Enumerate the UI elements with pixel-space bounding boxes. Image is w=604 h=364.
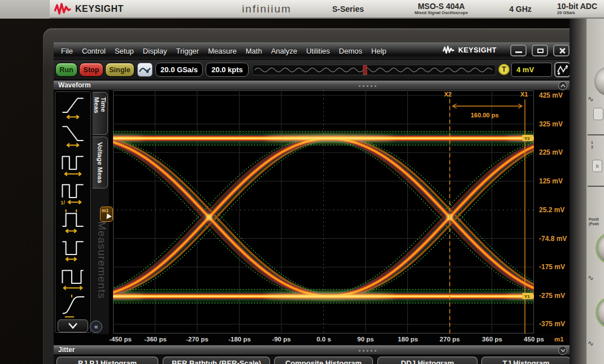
more-measurements-button[interactable] xyxy=(58,319,88,332)
pointer-icon xyxy=(104,213,111,221)
model-subtitle: Mixed Signal Oscilloscope xyxy=(393,11,489,15)
autoscale-button[interactable] xyxy=(554,62,571,77)
screen: File Control Setup Display Trigger Measu… xyxy=(54,42,572,364)
minimize-button[interactable] xyxy=(510,45,527,56)
trigger-level-field[interactable]: 4 mV xyxy=(511,63,552,77)
menu-demos[interactable]: Demos xyxy=(339,47,362,55)
menu-file[interactable]: File xyxy=(61,47,73,55)
y-tick: 425 mV xyxy=(539,91,563,99)
sine-symbol: ∿ xyxy=(588,339,594,348)
period-icon[interactable] xyxy=(59,151,87,177)
waveform-panel-title: Waveform xyxy=(54,81,91,89)
front-panel-button[interactable]: S xyxy=(592,160,602,172)
oscilloscope: KEYSIGHT infiniium S-Series MSO-S 404A M… xyxy=(0,0,604,364)
x-tick: -180 ps xyxy=(228,336,251,343)
menu-utilities[interactable]: Utilities xyxy=(306,47,330,55)
positive-width-icon[interactable] xyxy=(59,208,87,234)
run-button[interactable]: Run xyxy=(55,63,77,77)
menu-measure[interactable]: Measure xyxy=(208,47,237,55)
bandwidth-label: 4 GHz xyxy=(489,5,551,14)
front-panel-strip: ∿ 13 S Positi(Push ∿ ∿ xyxy=(586,19,604,364)
single-button[interactable]: Single xyxy=(105,63,134,77)
duty-cycle-icon[interactable] xyxy=(59,265,87,291)
edge-transition-icon[interactable] xyxy=(59,293,87,318)
sine-symbol: ∿ xyxy=(588,95,594,103)
ber-bathtub-button[interactable]: BER Bathtub (BER-Scale) xyxy=(163,357,270,364)
tab-voltage-meas[interactable]: Voltage Meas xyxy=(93,137,108,188)
sample-rate-field[interactable]: 20.0 GSa/s xyxy=(155,63,203,77)
maximize-icon xyxy=(537,49,544,53)
collapse-sidebar-button[interactable]: « xyxy=(90,321,102,333)
x-tick: 450 ps xyxy=(524,336,544,343)
cursor-x1-label: X1 xyxy=(520,91,528,98)
front-panel-knob[interactable] xyxy=(596,232,604,265)
menu-math[interactable]: Math xyxy=(246,47,262,55)
menu-display[interactable]: Display xyxy=(143,47,167,55)
chevron-down-icon xyxy=(67,322,79,329)
panel-drag-handle[interactable] xyxy=(359,350,360,352)
adc-block: 10-bit ADC 20 GSa/s xyxy=(557,2,604,15)
eye-diagram-plot[interactable]: X2 X1 160.00 ps Y2 Y1 xyxy=(113,90,534,334)
panel-divider xyxy=(588,134,604,135)
negative-width-icon[interactable] xyxy=(59,236,87,262)
menu-trigger[interactable]: Trigger xyxy=(176,47,199,55)
y-tick: -74.8 mV xyxy=(539,235,567,243)
position-label: Positi(Push xyxy=(589,217,599,226)
x-tick: 0.0 s xyxy=(316,336,331,343)
series-name: S-Series xyxy=(314,5,382,14)
menu-control[interactable]: Control xyxy=(82,47,106,55)
x-tick: 270 ps xyxy=(440,336,460,343)
collapse-up-button[interactable] xyxy=(558,81,567,90)
composite-histogram-button[interactable]: Composite Histogram xyxy=(274,357,373,364)
svg-text:1/: 1/ xyxy=(60,200,65,206)
adc-label: 10-bit ADC xyxy=(557,2,604,11)
bezel-branding: KEYSIGHT infiniium S-Series MSO-S 404A M… xyxy=(54,0,604,17)
window-controls xyxy=(510,45,570,56)
time-axis: -450 ps -360 ps -270 ps -180 ps -90 ps 0… xyxy=(54,334,572,345)
y-tick: -375 mV xyxy=(539,320,565,328)
memory-depth-field[interactable]: 20.0 kpts xyxy=(206,63,249,77)
rise-time-icon[interactable] xyxy=(59,94,87,120)
front-panel-button[interactable] xyxy=(593,108,603,120)
fall-time-icon[interactable] xyxy=(59,122,87,148)
x-tick: -270 ps xyxy=(186,336,208,343)
menu-analyze[interactable]: Analyze xyxy=(271,47,297,55)
autoscale-icon xyxy=(556,64,569,76)
maximize-button[interactable] xyxy=(532,45,548,56)
frequency-icon[interactable]: 1/ xyxy=(59,179,87,205)
cursor-y1-label: Y1 xyxy=(524,294,530,299)
stop-button[interactable]: Stop xyxy=(79,63,103,77)
cursor-delta-arrow xyxy=(453,104,522,108)
keysight-spark-icon-white xyxy=(442,46,455,54)
instrument-bezel: KEYSIGHT infiniium S-Series MSO-S 404A M… xyxy=(0,0,604,19)
front-panel-knob[interactable] xyxy=(594,67,604,96)
x-tick: -360 ps xyxy=(144,336,167,343)
marker-m1-axis-label: m1 xyxy=(554,336,564,343)
panel-drag-handle[interactable] xyxy=(359,85,360,87)
ddj-histogram-button[interactable]: DDJ Histogram xyxy=(377,357,477,364)
touch-icon xyxy=(138,63,152,76)
measurement-icon-palette: 1/ xyxy=(55,91,91,333)
y-cursors[interactable]: Y2 Y1 xyxy=(522,135,533,299)
front-panel-knob[interactable] xyxy=(596,296,604,329)
menu-setup[interactable]: Setup xyxy=(115,47,134,55)
marker-m1-handle[interactable]: m1 xyxy=(100,207,113,222)
bezel-shadow xyxy=(0,0,50,19)
jitter-panel-title: Jitter xyxy=(54,346,75,354)
touch-button[interactable] xyxy=(137,63,153,77)
titlebar-keysight-logo: KEYSIGHT xyxy=(442,46,497,54)
tab-time-meas[interactable]: Time Meas xyxy=(93,92,108,135)
y-tick: -275 mV xyxy=(539,292,565,300)
close-button[interactable] xyxy=(553,45,570,56)
waveform-panel-header[interactable]: Waveform xyxy=(54,80,572,90)
tj-histogram-button[interactable]: TJ Histogram xyxy=(481,357,571,364)
cursor-y2-label: Y2 xyxy=(524,136,530,141)
collapse-down-button[interactable] xyxy=(558,346,567,355)
adc-rate-label: 20 GSa/s xyxy=(557,11,604,15)
jitter-panel-header[interactable]: Jitter xyxy=(54,345,572,355)
sine-symbol: ∿ xyxy=(588,274,594,282)
waveform-panel: 1/ xyxy=(54,90,572,334)
menu-help[interactable]: Help xyxy=(371,47,386,55)
acquisition-overview-strip[interactable] xyxy=(253,64,496,76)
rj-pj-histogram-button[interactable]: RJ,PJ Histogram xyxy=(57,357,158,364)
